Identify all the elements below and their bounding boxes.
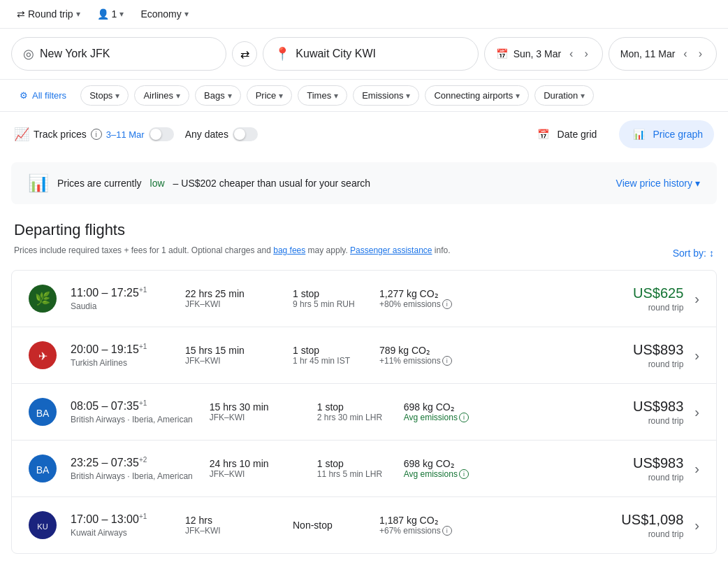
passenger-assistance-link[interactable]: Passenger assistance bbox=[350, 245, 432, 255]
departing-title: Departing flights bbox=[14, 221, 714, 239]
expand-flight-button[interactable]: › bbox=[692, 515, 702, 536]
connecting-airports-filter-button[interactable]: Connecting airports ▾ bbox=[425, 85, 529, 106]
stops-filter-button[interactable]: Stops ▾ bbox=[80, 85, 129, 106]
price-type: round trip bbox=[648, 529, 684, 539]
calendar-icon: 📅 bbox=[496, 48, 508, 59]
duration-time: 15 hrs 30 min bbox=[210, 401, 300, 413]
view-price-history-button[interactable]: View price history ▾ bbox=[616, 178, 700, 189]
track-prices-toggle[interactable] bbox=[149, 127, 174, 141]
stops-count: 1 stop bbox=[317, 401, 387, 413]
cabin-label: Economy bbox=[140, 8, 181, 20]
flights-list: 🌿 11:00 – 17:25+1 Saudia 22 hrs 25 min J… bbox=[11, 270, 717, 554]
depart-next-button[interactable]: › bbox=[581, 46, 590, 62]
flight-emissions: 1,277 kg CO₂ +80% emissions i bbox=[379, 288, 470, 309]
flight-row[interactable]: BA 08:05 – 07:35+1 British Airways · Ibe… bbox=[12, 384, 716, 441]
emissions-info-icon[interactable]: i bbox=[442, 526, 452, 536]
flight-duration: 12 hrs JFK–KWI bbox=[185, 515, 276, 536]
return-next-button[interactable]: › bbox=[696, 46, 705, 62]
round-trip-button[interactable]: ⇄ Round trip ▾ bbox=[11, 6, 86, 22]
passengers-label: 1 bbox=[112, 8, 117, 20]
duration-time: 24 hrs 10 min bbox=[210, 458, 300, 469]
emissions-value: 698 kg CO₂ bbox=[404, 458, 495, 469]
price-alert-banner: 📊 Prices are currently low – US$202 chea… bbox=[11, 162, 717, 204]
return-date-field[interactable]: Mon, 11 Mar ‹ › bbox=[609, 37, 717, 71]
stops-detail: 9 hrs 5 min RUH bbox=[293, 299, 363, 309]
price-message-post: – US$202 cheaper than usual for your sea… bbox=[173, 178, 371, 189]
flight-price: US$893 round trip › bbox=[633, 342, 702, 369]
emissions-info-icon[interactable]: i bbox=[442, 356, 452, 366]
flight-stops: 1 stop 1 hr 45 min IST bbox=[293, 345, 363, 366]
filter-icon: ⚙ bbox=[20, 90, 28, 101]
return-prev-button[interactable]: ‹ bbox=[680, 46, 690, 62]
price-alert-message: 📊 Prices are currently low – US$202 chea… bbox=[28, 173, 370, 193]
passengers-button[interactable]: 👤 1 ▾ bbox=[92, 6, 130, 22]
flight-row[interactable]: ✈ 20:00 – 19:15+1 Turkish Airlines 15 hr… bbox=[12, 327, 716, 384]
emissions-info-icon[interactable]: i bbox=[459, 413, 469, 422]
duration-chevron: ▾ bbox=[581, 91, 585, 101]
price-graph-button[interactable]: 📊 Price graph bbox=[619, 120, 714, 148]
svg-text:🌿: 🌿 bbox=[35, 291, 51, 306]
expand-flight-button[interactable]: › bbox=[692, 288, 702, 310]
any-dates-toggle[interactable] bbox=[233, 127, 258, 141]
airline-logo: ✈ bbox=[26, 338, 59, 372]
duration-filter-button[interactable]: Duration ▾ bbox=[534, 85, 594, 106]
bags-chevron: ▾ bbox=[228, 91, 232, 101]
depart-date-field[interactable]: 📅 Sun, 3 Mar ‹ › bbox=[484, 37, 603, 71]
flight-time-range: 17:00 – 13:00+1 bbox=[71, 513, 168, 526]
airline-name: Kuwait Airways bbox=[71, 528, 168, 538]
svg-text:✈: ✈ bbox=[38, 350, 48, 362]
flight-emissions: 789 kg CO₂ +11% emissions i bbox=[379, 345, 470, 366]
price-filter-button[interactable]: Price ▾ bbox=[247, 85, 293, 106]
bags-filter-button[interactable]: Bags ▾ bbox=[195, 85, 241, 106]
destination-field[interactable]: 📍 bbox=[263, 37, 478, 71]
origin-input[interactable] bbox=[40, 48, 214, 60]
flight-stops: 1 stop 2 hrs 30 min LHR bbox=[317, 401, 387, 422]
trip-type-label: Round trip bbox=[28, 8, 73, 20]
flight-emissions: 698 kg CO₂ Avg emissions i bbox=[404, 401, 495, 422]
depart-date-label: Sun, 3 Mar bbox=[514, 48, 561, 59]
flight-row[interactable]: BA 23:25 – 07:35+2 British Airways · Ibe… bbox=[12, 441, 716, 497]
price-filter-label: Price bbox=[256, 90, 277, 101]
flight-row[interactable]: 🌿 11:00 – 17:25+1 Saudia 22 hrs 25 min J… bbox=[12, 271, 716, 327]
expand-flight-button[interactable]: › bbox=[692, 401, 702, 423]
airlines-filter-button[interactable]: Airlines ▾ bbox=[134, 85, 189, 106]
times-filter-button[interactable]: Times ▾ bbox=[298, 85, 347, 106]
flight-time-range: 08:05 – 07:35+1 bbox=[71, 399, 193, 413]
emissions-info-icon[interactable]: i bbox=[459, 469, 469, 479]
duration-route: JFK–KWI bbox=[210, 469, 300, 479]
all-filters-button[interactable]: ⚙ All filters bbox=[11, 86, 75, 105]
emissions-info-icon[interactable]: i bbox=[442, 299, 452, 309]
duration-route: JFK–KWI bbox=[185, 356, 276, 366]
expand-flight-button[interactable]: › bbox=[692, 345, 702, 366]
emissions-filter-button[interactable]: Emissions ▾ bbox=[353, 85, 419, 106]
bag-fees-link[interactable]: bag fees bbox=[273, 245, 305, 255]
track-prices-info-icon[interactable]: i bbox=[91, 129, 102, 140]
emissions-chevron: ▾ bbox=[406, 91, 410, 101]
expand-flight-button[interactable]: › bbox=[692, 458, 702, 480]
flight-price: US$1,098 round trip › bbox=[621, 512, 702, 539]
price-bar-icon: 📊 bbox=[28, 173, 49, 193]
airline-name: Saudia bbox=[71, 301, 168, 311]
duration-filter-label: Duration bbox=[544, 90, 578, 101]
stops-count: 1 stop bbox=[293, 345, 363, 356]
expand-history-icon: ▾ bbox=[695, 178, 700, 189]
date-grid-icon: 📅 bbox=[535, 126, 552, 143]
flight-stops: 1 stop 11 hrs 5 min LHR bbox=[317, 458, 387, 479]
bags-filter-label: Bags bbox=[204, 90, 225, 101]
origin-field[interactable]: ◎ bbox=[11, 37, 226, 71]
sort-by-button[interactable]: Sort by: ↕ bbox=[673, 248, 714, 259]
cabin-chevron: ▾ bbox=[184, 9, 189, 19]
date-grid-button[interactable]: 📅 Date grid bbox=[524, 120, 609, 148]
price-low-word: low bbox=[150, 178, 165, 189]
cabin-button[interactable]: Economy ▾ bbox=[135, 6, 194, 22]
stops-detail: 1 hr 45 min IST bbox=[293, 356, 363, 366]
destination-input[interactable] bbox=[296, 48, 466, 60]
flight-times: 08:05 – 07:35+1 British Airways · Iberia… bbox=[71, 399, 193, 424]
depart-prev-button[interactable]: ‹ bbox=[567, 46, 576, 62]
flight-row[interactable]: KU 17:00 – 13:00+1 Kuwait Airways 12 hrs… bbox=[12, 497, 716, 553]
price-type: round trip bbox=[648, 416, 684, 426]
duration-route: JFK–KWI bbox=[185, 526, 276, 536]
price-value: US$625 bbox=[633, 285, 683, 301]
swap-button[interactable]: ⇄ bbox=[232, 41, 257, 66]
emissions-value: 1,277 kg CO₂ bbox=[379, 288, 470, 299]
